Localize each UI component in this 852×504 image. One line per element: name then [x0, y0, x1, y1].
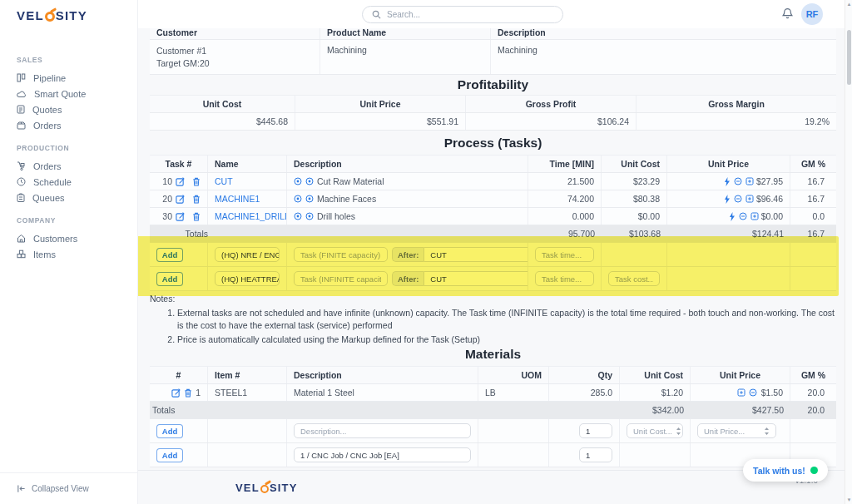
plus-square-icon[interactable]	[746, 177, 754, 185]
notes-label: Notes:	[150, 294, 836, 304]
task-name-link[interactable]: CUT	[208, 173, 287, 190]
setup-time-icon[interactable]	[294, 195, 302, 203]
minus-circle-icon[interactable]	[734, 195, 742, 203]
sidebar-item-queues[interactable]: Queues	[17, 190, 137, 205]
section-production: PRODUCTION	[17, 144, 137, 152]
sidebar-item-customers[interactable]: Customers	[17, 230, 137, 246]
col-mat-unit-price: Unit Price	[691, 367, 790, 383]
col-unit-cost: Unit Cost	[150, 96, 295, 112]
task-row: 10 CUT Cut Raw Material 21.500 $23.29 $2…	[150, 173, 836, 190]
add-material-button[interactable]: Add	[156, 424, 183, 438]
plus-square-icon[interactable]	[746, 195, 754, 203]
delete-icon[interactable]	[192, 195, 201, 204]
task-template-select[interactable]: (HQ) HEATTREAT	[215, 271, 280, 286]
process-add-row: Add (HQ) HEATTREAT After: CUT	[150, 267, 836, 291]
task-template-select[interactable]: (HQ) NRE / ENGIN	[215, 247, 280, 262]
section-sales: SALES	[17, 56, 137, 64]
material-item: STEEL1	[208, 384, 287, 401]
unit-cost-value: $445.68	[150, 113, 295, 130]
avatar[interactable]: RF	[801, 3, 823, 25]
flash-icon[interactable]	[724, 177, 731, 186]
setup-time-icon[interactable]	[294, 177, 302, 185]
edit-icon[interactable]	[176, 195, 185, 204]
task-time-input[interactable]	[535, 271, 594, 286]
minus-circle-icon[interactable]	[749, 388, 757, 397]
sidebar-item-items[interactable]: Items	[17, 246, 137, 262]
after-task-select[interactable]: CUT	[424, 271, 528, 286]
main-content: Customer Product Name Description Custom…	[138, 0, 845, 504]
task-detail-input[interactable]	[294, 271, 388, 286]
after-task-select[interactable]: CUT	[424, 247, 528, 262]
sidebar-item-sales-orders[interactable]: Orders	[17, 117, 137, 133]
sidebar-item-pipeline[interactable]: Pipeline	[17, 70, 137, 86]
boxes-icon	[17, 250, 26, 259]
material-unit-price-input[interactable]: Unit Price...	[697, 423, 776, 438]
col-mat-gm: GM %	[790, 367, 836, 383]
process-totals-row: Totals 95.700 $103.68 $124.41 16.7	[150, 225, 836, 243]
delete-icon[interactable]	[184, 388, 192, 398]
after-label: After:	[392, 271, 424, 286]
task-detail-input[interactable]	[294, 247, 388, 262]
minus-circle-icon[interactable]	[739, 212, 747, 220]
dolly-icon	[17, 161, 26, 170]
plus-square-icon[interactable]	[737, 388, 746, 397]
run-time-icon[interactable]	[305, 195, 314, 203]
run-time-icon[interactable]	[305, 212, 314, 220]
bell-icon[interactable]	[781, 7, 794, 20]
description-cell: Machining	[491, 40, 836, 74]
task-time-input[interactable]	[535, 247, 594, 262]
stepper-icon[interactable]	[672, 427, 681, 435]
material-row: 1 STEEL1 Material 1 Steel LB 285.0 $1.20…	[150, 384, 836, 402]
collapse-view-toggle[interactable]: Collapsed View	[0, 472, 137, 504]
task-name-link[interactable]: MACHINE1	[208, 190, 287, 207]
gross-profit-value: $106.24	[466, 113, 637, 130]
edit-icon[interactable]	[176, 212, 185, 221]
scrollbar-thumb[interactable]	[847, 30, 851, 85]
material-unit-cost-input[interactable]: Unit Cost...	[627, 423, 683, 438]
add-material-button[interactable]: Add	[156, 448, 183, 462]
search-input[interactable]	[387, 10, 537, 19]
delete-icon[interactable]	[192, 212, 201, 221]
sidebar-item-production-orders[interactable]: Orders	[17, 158, 137, 174]
gross-margin-value: 19.2%	[637, 113, 836, 130]
col-mat-num: #	[150, 367, 208, 383]
setup-time-icon[interactable]	[294, 212, 302, 220]
delete-icon[interactable]	[192, 177, 201, 186]
customer-cell: Customer #1 Target GM:20	[150, 40, 320, 74]
stepper-icon[interactable]	[760, 427, 770, 435]
add-task-button[interactable]: Add	[156, 272, 183, 286]
sidebar-item-schedule[interactable]: Schedule	[17, 174, 137, 190]
col-mat-item: Item #	[208, 367, 287, 383]
minus-circle-icon[interactable]	[734, 177, 742, 185]
add-task-button[interactable]: Add	[156, 248, 183, 262]
logo-o-icon	[45, 12, 55, 22]
task-name-link[interactable]: MACHINE1_DRILL	[208, 208, 287, 225]
col-task-time: Time [MIN]	[528, 156, 602, 172]
sidebar-item-quotes[interactable]: Quotes	[17, 101, 137, 117]
plus-square-icon[interactable]	[750, 212, 759, 220]
search-box[interactable]	[362, 6, 563, 23]
material-qty-input[interactable]	[579, 423, 612, 438]
scroll-up-arrow[interactable]: ▲	[846, 2, 852, 7]
online-status-dot	[810, 467, 818, 474]
sidebar-item-smart-quote[interactable]: Smart Quote	[17, 86, 137, 101]
edit-icon[interactable]	[171, 388, 181, 398]
vertical-scrollbar[interactable]: ▲ ▼	[845, 0, 852, 504]
col-gross-margin: Gross Margin	[637, 96, 836, 112]
col-task-gm: GM %	[790, 156, 836, 172]
material-description-input[interactable]	[294, 423, 471, 438]
task-cost-input[interactable]	[608, 271, 660, 286]
material-item-select[interactable]: 1 / CNC Job / CNC Job [EA]	[294, 447, 471, 462]
material-qty-input[interactable]	[579, 447, 612, 462]
flash-icon[interactable]	[724, 195, 731, 204]
scroll-down-arrow[interactable]: ▼	[846, 497, 852, 502]
chat-button[interactable]: Talk with us!	[743, 459, 828, 482]
flash-icon[interactable]	[729, 212, 736, 221]
edit-icon[interactable]	[176, 177, 185, 186]
materials-title: Materials	[150, 347, 836, 362]
process-table: Task # Name Description Time [MIN] Unit …	[150, 155, 836, 291]
run-time-icon[interactable]	[305, 177, 314, 185]
col-unit-price: Unit Price	[295, 96, 466, 112]
section-company: COMPANY	[17, 216, 137, 225]
footer-logo: VELSITY	[235, 482, 298, 494]
